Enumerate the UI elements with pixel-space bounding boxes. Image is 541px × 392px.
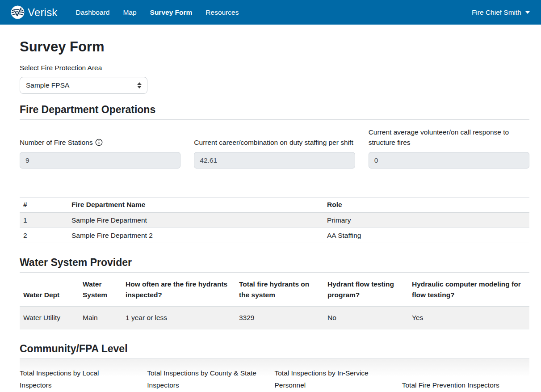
- nav-menu: Dashboard Map Survey Form Resources: [69, 5, 246, 20]
- nav-item-resources[interactable]: Resources: [199, 5, 245, 20]
- cell-role: AA Staffing: [323, 228, 529, 243]
- main-content: Survey Form Select Fire Protection Area …: [0, 39, 541, 391]
- column-header-water-dept: Water Dept: [20, 273, 79, 306]
- fpa-select-label: Select Fire Protection Area: [20, 63, 529, 72]
- info-icon[interactable]: [95, 139, 103, 146]
- section-divider: [20, 119, 529, 120]
- cell-hydraulic-modeling: Yes: [408, 306, 529, 329]
- water-system-table: Water Dept Water System How often are th…: [20, 273, 529, 329]
- column-header-hydraulic-modeling: Hydraulic computer modeling for flow tes…: [408, 273, 529, 306]
- table-row: Water Utility Main 1 year or less 3329 N…: [20, 306, 529, 329]
- field-fire-prevention-inspectors: Total Fire Prevention Inspectors: [402, 379, 529, 391]
- brand-name: Verisk: [28, 6, 58, 19]
- cell-name: Sample Fire Department: [68, 212, 323, 228]
- top-navbar: Verisk Dashboard Map Survey Form Resourc…: [0, 0, 541, 25]
- volunteer-response-input[interactable]: [369, 152, 529, 169]
- field-label: Total Inspections by County & State Insp…: [147, 367, 268, 391]
- fire-department-operations-heading: Fire Department Operations: [20, 104, 529, 116]
- field-in-service-inspections: Total Inspections by In-Service Personne…: [275, 367, 402, 391]
- user-menu[interactable]: Fire Chief Smith: [472, 8, 530, 17]
- user-menu-label: Fire Chief Smith: [472, 8, 521, 17]
- page-title: Survey Form: [20, 39, 529, 55]
- community-fields-row: Total Inspections by Local Inspectors To…: [20, 367, 529, 391]
- fire-departments-table: # Fire Department Name Role 1 Sample Fir…: [20, 197, 529, 243]
- water-system-table-header: Water Dept Water System How often are th…: [20, 273, 529, 306]
- column-header-total-hydrants: Total fire hydrants on the system: [235, 273, 324, 306]
- column-header-number: #: [20, 198, 68, 213]
- cell-water-dept: Water Utility: [20, 306, 79, 329]
- select-arrows-icon: [137, 82, 142, 89]
- field-label: Total Inspections by In-Service Personne…: [275, 367, 387, 391]
- career-staffing-input[interactable]: [194, 152, 355, 169]
- field-local-inspections: Total Inspections by Local Inspectors: [20, 367, 147, 391]
- column-header-flow-testing: Hydrant flow testing program?: [324, 273, 408, 306]
- nav-item-map[interactable]: Map: [116, 5, 143, 20]
- community-fpa-level-heading: Community/FPA Level: [20, 343, 529, 355]
- table-row: 2 Sample Fire Department 2 AA Staffing: [20, 228, 529, 243]
- column-header-name: Fire Department Name: [68, 198, 323, 213]
- field-county-state-inspections: Total Inspections by County & State Insp…: [147, 367, 274, 391]
- field-label: Current career/combination on duty staff…: [194, 137, 355, 148]
- chevron-down-icon: [525, 11, 530, 14]
- community-fields-section: Total Inspections by Local Inspectors To…: [20, 359, 529, 391]
- column-header-role: Role: [323, 198, 529, 213]
- fpa-select[interactable]: Sample FPSA: [20, 77, 147, 94]
- cell-hydrant-inspection: 1 year or less: [122, 306, 235, 329]
- nav-item-dashboard[interactable]: Dashboard: [69, 5, 117, 20]
- nav-item-survey-form[interactable]: Survey Form: [143, 5, 199, 20]
- cell-number: 2: [20, 228, 68, 243]
- field-label: Total Inspections by Local Inspectors: [20, 367, 131, 391]
- field-label: Number of Fire Stations: [20, 137, 180, 148]
- fire-departments-table-header: # Fire Department Name Role: [20, 198, 529, 213]
- fpa-select-value: Sample FPSA: [26, 81, 69, 89]
- cell-role: Primary: [323, 212, 529, 228]
- cell-number: 1: [20, 212, 68, 228]
- field-label: Current average volunteer/on call respon…: [369, 127, 529, 148]
- column-header-hydrant-inspection: How often are the fire hydrants inspecte…: [122, 273, 235, 306]
- fdo-fields-row: Number of Fire Stations Current career/c…: [20, 127, 529, 169]
- field-career-staffing: Current career/combination on duty staff…: [194, 127, 355, 169]
- number-of-fire-stations-input[interactable]: [20, 152, 180, 169]
- cell-flow-testing: No: [324, 306, 408, 329]
- cell-name: Sample Fire Department 2: [68, 228, 323, 243]
- field-label-text: Number of Fire Stations: [20, 139, 93, 146]
- cell-total-hydrants: 3329: [235, 306, 324, 329]
- field-volunteer-response: Current average volunteer/on call respon…: [369, 127, 529, 169]
- verisk-brand[interactable]: Verisk: [11, 5, 58, 19]
- cell-water-system: Main: [79, 306, 122, 329]
- verisk-logo-icon: [11, 5, 25, 19]
- water-system-provider-heading: Water System Provider: [20, 257, 529, 269]
- field-number-of-fire-stations: Number of Fire Stations: [20, 127, 180, 169]
- table-row: 1 Sample Fire Department Primary: [20, 212, 529, 228]
- column-header-water-system: Water System: [79, 273, 122, 306]
- field-label: Total Fire Prevention Inspectors: [402, 379, 529, 391]
